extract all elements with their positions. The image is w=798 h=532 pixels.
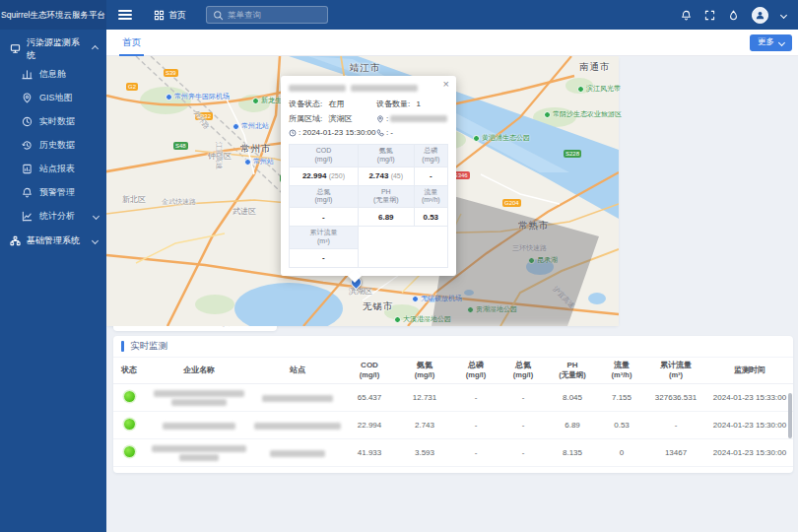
chevron-down-icon bbox=[92, 237, 99, 244]
tab-home[interactable]: 首页 bbox=[119, 30, 144, 56]
value-cell: - bbox=[499, 412, 547, 439]
poi-label: 滨江风光带 bbox=[586, 84, 619, 94]
topbar-home-label: 首页 bbox=[168, 9, 186, 22]
map-poi: 昆承湖 bbox=[528, 255, 558, 265]
poi-marker-icon bbox=[394, 316, 401, 323]
sidebar-group-污染源监测系统[interactable]: 污染源监测系统 bbox=[0, 35, 106, 62]
map-poi: 大溪港湿地公园 bbox=[394, 314, 451, 324]
topbar-icons bbox=[681, 7, 798, 24]
value-cell: 2024-01-23 15:30:00 bbox=[706, 439, 793, 467]
redacted-text bbox=[254, 423, 341, 430]
status-indicator bbox=[124, 446, 135, 457]
value-cell: 2.743 bbox=[397, 412, 452, 439]
map-poi: 无锡硕放机场 bbox=[412, 294, 462, 303]
popup-metrics-table: COD(mg/l)氨氮(mg/l)总磷(mg/l)22.994 (250)2.7… bbox=[289, 144, 448, 268]
table-row[interactable]: 65.43712.731--8.0457.155327636.5312024-0… bbox=[113, 384, 793, 412]
topbar-home-link[interactable]: 首页 bbox=[154, 9, 186, 22]
tabbar: 首页 更多 bbox=[106, 30, 798, 56]
poi-label: 贡湖湿地公园 bbox=[476, 304, 517, 314]
chevron-up-icon bbox=[92, 45, 99, 52]
value-cell: 12.731 bbox=[397, 384, 452, 412]
value-cell: 41.933 bbox=[342, 439, 397, 467]
map-poi: 滨江风光带 bbox=[577, 84, 619, 94]
map-poi: 常州北站 bbox=[233, 121, 269, 131]
close-icon[interactable]: × bbox=[443, 79, 449, 90]
value-cell: - bbox=[499, 384, 547, 412]
poi-label: 常州奔牛国际机场 bbox=[174, 92, 230, 101]
sidebar-item-站点报表[interactable]: 站点报表 bbox=[0, 157, 106, 180]
popup-metric-value: 0.53 bbox=[414, 208, 447, 227]
popup-metric-header: 氨氮(mg/l) bbox=[358, 145, 414, 167]
popup-title-redacted bbox=[289, 85, 448, 92]
sidebar-item-label: GIS地图 bbox=[39, 92, 73, 104]
company-name-cell bbox=[145, 384, 253, 412]
sidebar-item-label: 实时数据 bbox=[39, 115, 75, 128]
table-row[interactable]: 22.9942.743--6.890.53-2024-01-23 15:30:0… bbox=[113, 412, 793, 439]
map-poi: 常阴沙生态农业旅游区 bbox=[544, 109, 619, 119]
road-badge: G2 bbox=[126, 83, 138, 91]
value-cell: 0.53 bbox=[598, 412, 645, 439]
theme-icon[interactable] bbox=[728, 10, 739, 21]
value-cell: 65.437 bbox=[342, 384, 397, 412]
map-label-district: 武进区 bbox=[233, 206, 256, 217]
gis-map[interactable]: 靖江市南通市常州市无锡市常熟市新北区钟楼区武进区滨湖区金武快速路三环快速路外环路… bbox=[106, 56, 619, 326]
device-address: : bbox=[376, 113, 448, 124]
location-pin-icon bbox=[376, 115, 384, 123]
popup-metric-header: 累计流量(m³) bbox=[290, 227, 359, 249]
notification-icon[interactable] bbox=[681, 10, 692, 21]
more-button-label: 更多 bbox=[758, 36, 774, 48]
realtime-monitor-panel: 实时监测 状态企业名称站点COD(mg/l)氨氮(mg/l)总磷(mg/l)总氮… bbox=[113, 336, 793, 473]
menu-toggle-icon[interactable] bbox=[118, 10, 132, 20]
sidebar-item-历史数据[interactable]: 历史数据 bbox=[0, 133, 106, 157]
popup-metric-value: - bbox=[290, 248, 359, 267]
sidebar-item-统计分析[interactable]: 统计分析 bbox=[0, 204, 106, 228]
value-cell: 2024-01-23 15:33:00 bbox=[706, 384, 793, 412]
table-scrollbar[interactable] bbox=[788, 393, 792, 438]
poi-marker-icon bbox=[233, 123, 239, 130]
fullscreen-icon[interactable] bbox=[704, 10, 715, 21]
menu-search[interactable] bbox=[206, 6, 328, 24]
sidebar-item-信息舱[interactable]: 信息舱 bbox=[0, 62, 106, 86]
more-button[interactable]: 更多 bbox=[750, 34, 792, 51]
value-cell: 8.045 bbox=[547, 384, 598, 412]
column-header-累计流量: 累计流量(m³) bbox=[645, 358, 706, 384]
column-header-状态: 状态 bbox=[113, 358, 145, 384]
sidebar-group-基础管理系统[interactable]: 基础管理系统 bbox=[0, 228, 106, 254]
column-header-监测时间: 监测时间 bbox=[706, 358, 793, 384]
monitor-title: 实时监测 bbox=[130, 340, 167, 353]
stats-icon bbox=[21, 210, 33, 222]
poi-label: 常州北站 bbox=[241, 121, 269, 131]
device-popup: × 设备状态: 在用 设备数量: 1 所属区域: 滨湖区 bbox=[281, 76, 456, 276]
sidebar-item-实时数据[interactable]: 实时数据 bbox=[0, 109, 106, 133]
table-row[interactable]: 41.9333.593--8.1350134672024-01-23 15:30… bbox=[113, 439, 793, 467]
sidebar-item-GIS地图[interactable]: GIS地图 bbox=[0, 86, 106, 109]
sidebar-item-label: 信息舱 bbox=[39, 68, 66, 81]
history-icon bbox=[21, 139, 33, 151]
grid-icon bbox=[154, 10, 165, 21]
poi-label: 大溪港湿地公园 bbox=[403, 314, 451, 324]
device-time: : 2024-01-23 15:30:00 bbox=[289, 128, 376, 137]
device-status: 设备状态: 在用 bbox=[289, 99, 376, 109]
clock-icon bbox=[21, 115, 33, 127]
station-cell bbox=[253, 412, 342, 439]
monitor-table: 状态企业名称站点COD(mg/l)氨氮(mg/l)总磷(mg/l)总氮(mg/l… bbox=[113, 358, 793, 467]
value-cell: 0 bbox=[598, 439, 645, 467]
poi-marker-icon bbox=[577, 86, 584, 93]
avatar[interactable] bbox=[752, 7, 768, 24]
device-region: 所属区域: 滨湖区 bbox=[289, 113, 376, 124]
chevron-down-icon[interactable] bbox=[780, 11, 787, 18]
search-input[interactable] bbox=[228, 10, 321, 20]
map-label-city: 无锡市 bbox=[363, 300, 394, 313]
poi-marker-icon bbox=[252, 98, 259, 104]
clock-icon bbox=[289, 129, 297, 137]
map-poi: 常州奔牛国际机场 bbox=[166, 92, 230, 101]
redacted-text bbox=[351, 85, 418, 92]
value-cell: - bbox=[452, 412, 499, 439]
sidebar-item-预警管理[interactable]: 预警管理 bbox=[0, 180, 106, 204]
value-cell: - bbox=[452, 439, 499, 467]
poi-label: 无锡硕放机场 bbox=[421, 294, 462, 303]
status-indicator bbox=[124, 419, 135, 430]
map-label-city: 靖江市 bbox=[350, 62, 381, 75]
status-cell bbox=[113, 384, 145, 412]
poi-marker-icon bbox=[528, 257, 535, 264]
